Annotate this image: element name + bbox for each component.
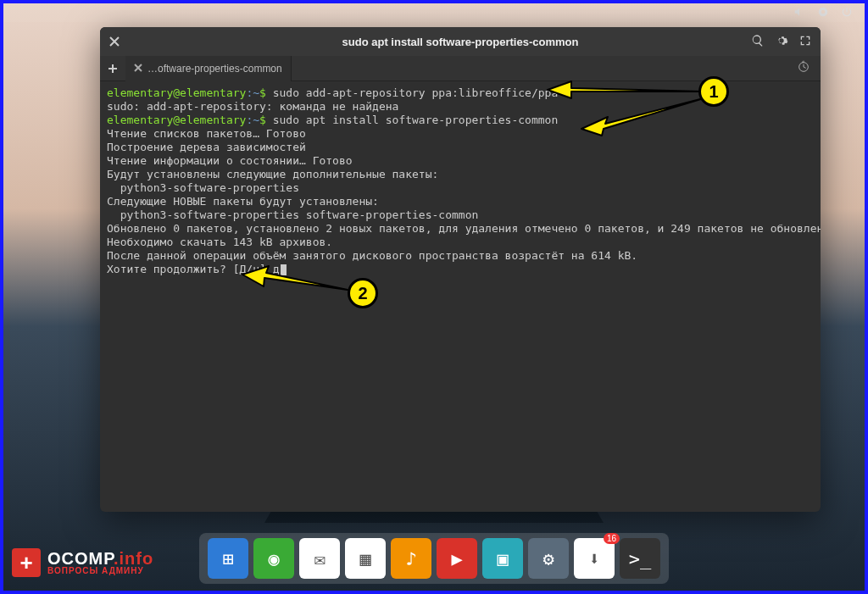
logo-plus-icon: + bbox=[12, 548, 41, 577]
window-close-button[interactable] bbox=[100, 27, 129, 56]
dock-calendar[interactable]: ▦ bbox=[345, 538, 386, 579]
dock-terminal[interactable]: >_ bbox=[620, 538, 660, 579]
annotation-arrow-2 bbox=[241, 264, 351, 298]
dock-music[interactable]: ♪ bbox=[391, 538, 431, 579]
history-icon[interactable] bbox=[797, 60, 821, 76]
maximize-icon[interactable] bbox=[798, 34, 812, 50]
tab-close-icon[interactable] bbox=[134, 63, 142, 75]
power-icon[interactable] bbox=[841, 6, 853, 20]
error-line: sudo: add-apt-repository: команда не най… bbox=[107, 100, 398, 113]
sound-icon[interactable] bbox=[793, 6, 805, 20]
dock: ⊞◉✉▦♪▶▣⚙⬇16>_ bbox=[199, 533, 669, 584]
window-titlebar: sudo apt install software-properties-com… bbox=[100, 27, 821, 56]
new-tab-button[interactable] bbox=[100, 56, 125, 81]
settings-indicator-icon[interactable] bbox=[817, 6, 829, 20]
settings-gear-icon[interactable] bbox=[775, 34, 788, 50]
annotation-callout-1: 1 bbox=[698, 76, 729, 107]
command-1: sudo add-apt-repository ppa:libreoffice/… bbox=[273, 86, 559, 99]
command-2: sudo apt install software-properties-com… bbox=[273, 114, 559, 126]
dock-switchboard[interactable]: ⚙ bbox=[528, 538, 569, 579]
site-logo: + OCOMP.info ВОПРОСЫ АДМИНУ bbox=[12, 548, 153, 577]
annotation-callout-2: 2 bbox=[348, 278, 378, 308]
window-title: sudo apt install software-properties-com… bbox=[342, 36, 579, 48]
tab-label: …oftware-properties-common bbox=[147, 63, 282, 75]
system-topbar bbox=[3, 3, 865, 22]
search-icon[interactable] bbox=[751, 34, 765, 50]
terminal-output[interactable]: elementary@elementary:~$ sudo add-apt-re… bbox=[100, 81, 821, 512]
prompt-user: elementary@elementary bbox=[107, 86, 246, 99]
dock-badge: 16 bbox=[604, 533, 620, 544]
dock-photos[interactable]: ▣ bbox=[482, 538, 523, 579]
dock-multitasking[interactable]: ⊞ bbox=[208, 538, 248, 579]
terminal-tab[interactable]: …oftware-properties-common bbox=[125, 56, 292, 81]
dock-appcenter[interactable]: ⬇16 bbox=[574, 538, 615, 579]
dock-videos[interactable]: ▶ bbox=[437, 538, 477, 579]
dock-mail[interactable]: ✉ bbox=[299, 538, 340, 579]
dock-browser[interactable]: ◉ bbox=[253, 538, 294, 579]
annotation-arrow-1b bbox=[580, 95, 707, 137]
